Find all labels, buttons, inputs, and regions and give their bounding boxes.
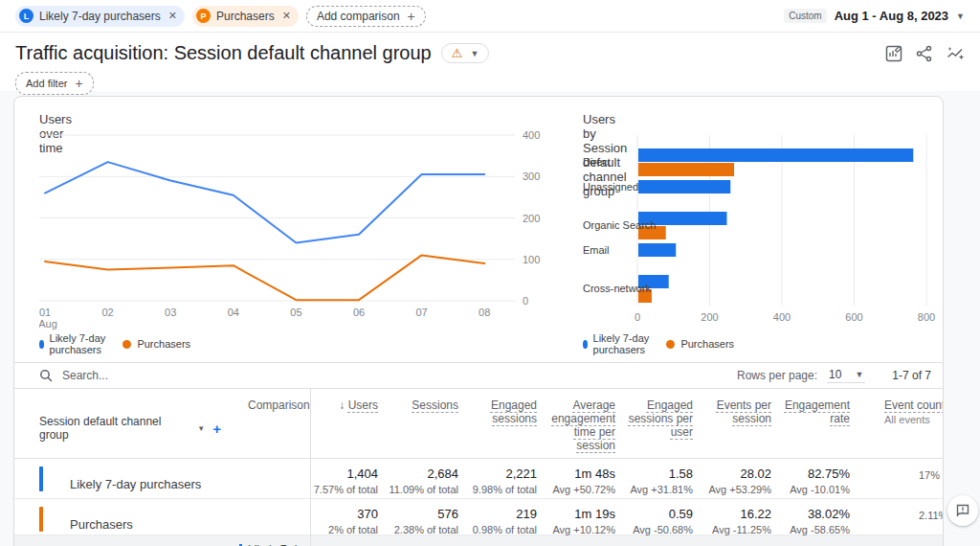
feedback-button[interactable] (947, 495, 978, 526)
data-quality-button[interactable]: ⚠ ▼ (441, 43, 490, 63)
metric-subtext: 11.09% of total (378, 484, 458, 495)
feedback-icon (956, 504, 969, 517)
metric-cell: 82.12% (771, 535, 850, 546)
summary-name: Purchasers (14, 505, 221, 532)
line-chart-plot[interactable]: 010020030040001Aug02030405060708 (39, 131, 556, 334)
page-title: Traffic acquisition: Session default cha… (15, 42, 432, 64)
insights-icon[interactable] (947, 45, 965, 62)
metric-cell: 1,4047.57% of total (311, 459, 378, 501)
legend-item: Likely 7-day purchasers (583, 332, 649, 355)
dimension-header-label: Session default channel group (39, 415, 189, 442)
legend-dot-icon (666, 340, 675, 349)
legend-label: Likely 7-day purchasers (50, 332, 106, 355)
metric-cell: 82.75%Avg -10.01% (771, 459, 850, 501)
share-icon[interactable] (916, 45, 933, 62)
metric-subtext: Avg -50.68% (615, 524, 693, 535)
close-icon[interactable]: ✕ (168, 10, 177, 22)
legend-dot-icon (122, 340, 131, 349)
chevron-down-icon: ▼ (197, 424, 205, 433)
page-header: L Likely 7-day purchasers ✕ P Purchasers… (0, 0, 980, 91)
metric-subtext: 2% of total (311, 524, 378, 535)
rows-per-page-value: 10 (829, 368, 841, 381)
metric-cell: 3 (850, 535, 944, 546)
legend-item: Likely 7-day purchasers (39, 332, 105, 355)
svg-text:05: 05 (290, 307, 301, 318)
comparison-chip-purchasers[interactable]: P Purchasers ✕ (192, 6, 299, 27)
metric-value: 1.58 (615, 466, 693, 481)
metric-cell: 23.65 (693, 535, 771, 546)
close-icon[interactable]: ✕ (282, 10, 291, 22)
column-header-engagement-rate[interactable]: Engagement rate (771, 389, 850, 458)
column-header-events-per-session[interactable]: Events per session (693, 389, 771, 458)
search-placeholder: Search... (62, 369, 108, 382)
chevron-down-icon: ▼ (470, 49, 479, 58)
column-header-engaged-sessions[interactable]: Engaged sessions (458, 389, 537, 458)
column-header-event-count[interactable]: Event countAll events (850, 389, 944, 458)
add-comparison-button[interactable]: Add comparison + (306, 6, 426, 27)
bar-chart-plot[interactable]: 0200400600800DirectUnassignedOrganic Sea… (583, 131, 944, 334)
warning-icon: ⚠ (452, 47, 463, 59)
comparison-cell (221, 459, 311, 501)
search-input[interactable]: Search... (39, 369, 737, 382)
report-title-row: Traffic acquisition: Session default cha… (0, 33, 980, 64)
metric-value: 82.75% (771, 466, 850, 481)
date-range-label: Aug 1 - Aug 8, 2023 (835, 9, 948, 23)
metric-cell: 1.65 (615, 535, 693, 546)
svg-text:Organic Search: Organic Search (583, 219, 656, 231)
chevron-down-icon: ▼ (855, 370, 863, 379)
legend-label: Likely 7-day purchasers (593, 332, 650, 355)
add-filter-button[interactable]: Add filter + (15, 72, 94, 95)
svg-text:04: 04 (228, 307, 239, 318)
metric-cell: 761 (311, 535, 378, 546)
svg-text:200: 200 (523, 213, 540, 224)
column-header-label: Engagement rate (785, 398, 850, 425)
metric-value: 1m 19s (537, 507, 615, 521)
dimension-cell: 1 Direct (14, 535, 221, 546)
column-header-average-engagement-time-per-session[interactable]: Average engagement time per session (537, 389, 615, 458)
table-row-direct[interactable]: 1 Direct Likely 7-day purchasers 7611,52… (14, 535, 944, 546)
metric-cell: 1.58Avg +31.81% (615, 459, 693, 501)
metric-value: 38.02% (771, 507, 850, 521)
comparison-chip-label: Likely 7-day purchasers (39, 10, 161, 23)
summary-dimension-cell: Likely 7-day purchasers (14, 459, 221, 501)
date-range-type-badge: Custom (784, 9, 826, 23)
svg-text:02: 02 (101, 307, 113, 318)
legend-item: Purchasers (122, 332, 190, 355)
summary-row-purchasers: Purchasers 3702% of total5762.38% of tot… (14, 499, 944, 535)
metric-cell: 17% (850, 459, 944, 501)
summary-name: Likely 7-day purchasers (14, 465, 221, 491)
column-header-dimension[interactable]: Session default channel group ▼ + (14, 389, 221, 458)
column-header-engaged-sessions-per-user[interactable]: Engaged sessions per user (615, 389, 693, 458)
dimension-value: Direct (14, 541, 221, 546)
add-dimension-icon[interactable]: + (212, 421, 221, 437)
metric-value: 28.02 (693, 466, 771, 481)
column-header-label: Users (348, 398, 378, 412)
customize-report-icon[interactable] (885, 45, 902, 62)
svg-text:Unassigned: Unassigned (583, 181, 638, 193)
column-header-label: Engaged sessions per user (629, 398, 693, 439)
svg-text:06: 06 (353, 307, 365, 318)
comparison-chip-likely-7-day-purchasers[interactable]: L Likely 7-day purchasers ✕ (15, 6, 185, 27)
search-icon (39, 369, 53, 382)
metric-value: 2,684 (378, 466, 458, 481)
metric-cell: 28.02Avg +53.29% (693, 459, 771, 501)
summary-row-likely-7-day-purchasers: Likely 7-day purchasers 1,4047.57% of to… (14, 459, 944, 499)
rows-per-page-select[interactable]: 10 ▼ (827, 368, 865, 383)
date-range-selector[interactable]: Custom Aug 1 - Aug 8, 2023 ▼ (784, 9, 965, 23)
metric-subtext: 17% (919, 469, 944, 481)
metric-subtext: Avg -10.01% (771, 484, 850, 495)
column-header-comparison: Comparison (221, 389, 311, 458)
metric-value: 1m 48s (537, 466, 615, 481)
svg-text:08: 08 (479, 307, 490, 318)
comparison-badge-icon: L (19, 9, 33, 23)
svg-text:200: 200 (701, 311, 718, 323)
metric-subtext: Avg -11.25% (693, 524, 771, 535)
bar-chart-legend: Likely 7-day purchasers Purchasers (583, 332, 734, 355)
svg-text:100: 100 (523, 254, 540, 265)
column-header-users[interactable]: ↓ Users (311, 389, 378, 458)
metric-subtext: Avg +50.72% (537, 484, 615, 495)
metric-subtext: 7.57% of total (311, 484, 378, 495)
svg-text:800: 800 (918, 311, 935, 323)
column-header-sessions[interactable]: Sessions (378, 389, 458, 458)
legend-dot-icon (583, 340, 588, 349)
